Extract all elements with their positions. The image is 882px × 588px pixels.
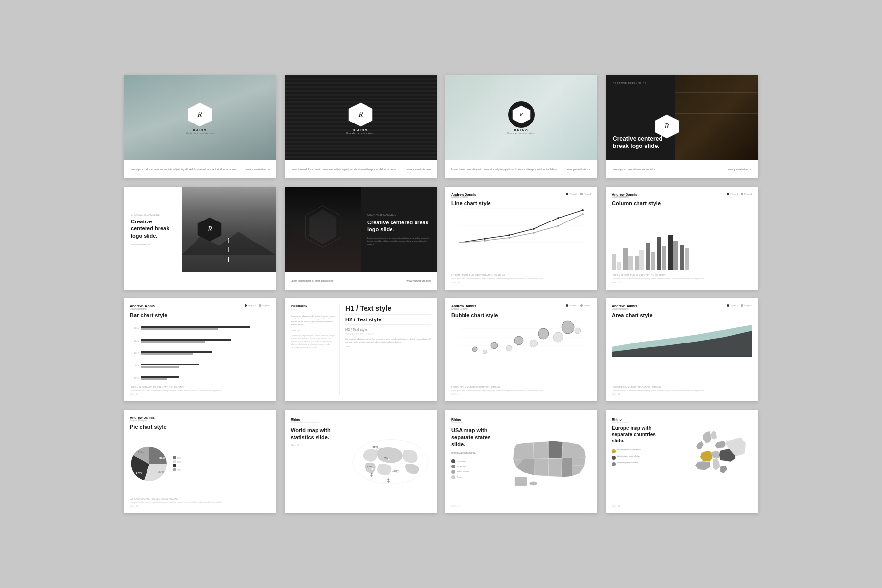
slide-label: Slide - 17 (451, 505, 500, 507)
legend-2: Project 2 (744, 304, 752, 307)
slide-14-world-map[interactable]: Rhino Creative statistics presentation W… (285, 410, 437, 513)
legend-1: Project 1 (248, 304, 256, 307)
slide-label: Slide - 22 (612, 393, 752, 395)
footer-right: www.yourwebsite.com (246, 168, 270, 171)
slide-label: Creative break slide (368, 213, 430, 216)
slide-9-bar-chart[interactable]: Andrew Dannis Graphic Designer Project 1… (124, 298, 276, 401)
body-text: H3 / Text style (345, 328, 431, 331)
author-name: Andrew Dannis (130, 416, 155, 419)
hex-logo: R (187, 101, 213, 128)
svg-text:10%: 10% (393, 470, 397, 472)
slide-footer (124, 272, 276, 290)
slide-8-column-chart[interactable]: Andrew Dannis Graphic Designer Project 1… (606, 187, 758, 290)
svg-text:29%: 29% (158, 470, 165, 473)
slide-title: Creative centered break logo slide. (368, 219, 430, 233)
slide-label: Slide - 11 (345, 345, 431, 348)
svg-marker-4 (182, 231, 276, 255)
svg-point-14 (484, 238, 486, 240)
chart-subtitle: Lorem ipsum and presentation heading (130, 386, 270, 389)
slide-13-pie-chart[interactable]: Andrew Dannis Graphic Designer Pie chart… (124, 410, 276, 513)
slide-10-typography[interactable]: Typography Slide Consectetur adipiscing … (285, 298, 437, 401)
chart-subtitle: Lorem ipsum and presentation heading (451, 274, 591, 277)
footer-left: www.yourwebsite.com (131, 243, 175, 245)
typo-sample4: Consectetur adipiscing elit, sed do eius… (291, 334, 335, 349)
footer-left: Lorem ipsum dolor sit amet consectetur a… (130, 168, 236, 171)
legend-1: Project 1 (569, 304, 577, 307)
chart-title: Column chart style (612, 200, 752, 206)
chart-subtitle: Lorem ipsum and presentation heading (612, 386, 752, 389)
chart-desc: Lorem ipsum dolor sit amet consectetur a… (451, 278, 591, 280)
footer-right: www.yourwebsite.com (567, 168, 591, 171)
r-icon: R (208, 225, 212, 233)
svg-point-37 (553, 332, 563, 342)
chart-desc: Lorem ipsum dolor sit amet consectetur a… (130, 501, 270, 504)
slide-footer: Lorem ipsum dolor sit amet consectetur a… (124, 160, 276, 178)
slide-1-cover-clouds[interactable]: R Rhino Modular presentation Lorem ipsum… (124, 75, 276, 178)
chart-desc: Lorem ipsum dolor sit amet consectetur a… (612, 278, 752, 280)
author-name: Andrew Dannis (451, 193, 476, 196)
brand-subtitle: Modular presentation (507, 132, 536, 134)
svg-point-48 (377, 448, 379, 451)
sample1: TEXT, TEXT, TEXT (345, 333, 431, 336)
slide-label: Slide - 14 (291, 444, 346, 446)
author-title: Graphic Designer (612, 196, 637, 198)
svg-point-21 (508, 237, 510, 239)
slide-label: Creative break slide (613, 82, 668, 85)
footer-left: Lorem ipsum dolor sit amet consectetur (291, 279, 334, 283)
footer-left: Lorem ipsum dolor sit amet consectetur (612, 168, 655, 171)
footer-right: www.yourwebsite.com (407, 279, 431, 283)
slide-6-break-dark-arch[interactable]: Creative break slide Creative centered b… (285, 187, 437, 290)
typo-sample3: Lorem Text (291, 329, 335, 332)
legend-2: Project 2 (584, 193, 591, 195)
h1-label: H1 / Text style (345, 304, 431, 312)
slide-footer: Lorem ipsum dolor sit amet consectetur w… (606, 160, 758, 178)
typo-sublabel: Slide (291, 308, 335, 311)
author-title: Graphic Designer (130, 419, 155, 422)
slide-15-usa-map[interactable]: Rhino Presentation USA map with separate… (445, 410, 597, 513)
footer-left: Lorem ipsum dolor sit amet consectetur a… (451, 168, 557, 171)
svg-text:15%: 15% (138, 451, 144, 454)
svg-point-54 (397, 470, 399, 473)
svg-point-33 (562, 321, 574, 334)
svg-marker-7 (309, 209, 336, 244)
slide-12-area-chart[interactable]: Andrew Dannis Graphic Designer Project 1… (606, 298, 758, 401)
svg-point-22 (533, 232, 535, 234)
svg-point-34 (483, 350, 487, 354)
svg-point-50 (388, 458, 390, 461)
r-icon: R (665, 122, 669, 130)
author-name: Andrew Dannis (612, 193, 637, 196)
r-icon: R (198, 111, 202, 119)
svg-point-52 (371, 468, 374, 470)
author-title: Graphic Designer (451, 196, 476, 198)
slide-grid: R Rhino Modular presentation Lorem ipsum… (95, 46, 787, 542)
chart-title: Bubble chart style (451, 312, 591, 318)
svg-text:75%: 75% (368, 466, 372, 468)
chart-title: Europe map with separate countries slide… (612, 425, 665, 444)
slide-11-bubble-chart[interactable]: Andrew Dannis Graphic Designer Project 1… (445, 298, 597, 401)
chart-title: Line chart style (451, 200, 591, 206)
slide-16-europe-map[interactable]: Rhino Maps full summary Europe map with … (606, 410, 758, 513)
svg-point-67 (529, 482, 537, 486)
slide-footer: Lorem ipsum dolor sit amet consectetur a… (285, 160, 437, 178)
chart-subtitle: Lorem ipsum and presentation heading (130, 498, 270, 500)
slide-4-break-dark-bookshelf[interactable]: Creative break slide Creative centered b… (606, 75, 758, 178)
sample-text: Consectetur adipiscing elit, sed do eius… (345, 338, 431, 343)
slide-5-break-road[interactable]: Creative break slide Creative centered b… (124, 187, 276, 290)
footer-right: www.yourwebsite.com (728, 168, 752, 171)
svg-point-30 (491, 342, 498, 349)
slide-7-line-chart[interactable]: Andrew Dannis Graphic Designer Project 1… (445, 187, 597, 290)
slide-label: Slide - 08 (612, 281, 752, 284)
legend-1: Project 1 (730, 304, 738, 307)
svg-point-16 (533, 228, 535, 230)
typo-sample2: Consectetur adipiscing elit, sed do eius… (291, 315, 335, 326)
slide-3-cover-interior[interactable]: R Rhino Modular presentation Lorem ipsum… (445, 75, 597, 178)
svg-point-23 (557, 225, 559, 227)
chart-subtitle: Lorem ipsum and presentation heading (612, 274, 752, 277)
chart-title: Area chart style (612, 312, 752, 318)
slide-label: Slide - 11 (451, 393, 591, 395)
svg-point-31 (514, 336, 523, 345)
slide-2-cover-building[interactable]: R Rhino Modular presentation Lorem ipsum… (285, 75, 437, 178)
typo-label: Typography (291, 304, 335, 307)
svg-point-17 (557, 217, 559, 219)
slide-label: Slide - 07 (130, 393, 270, 395)
